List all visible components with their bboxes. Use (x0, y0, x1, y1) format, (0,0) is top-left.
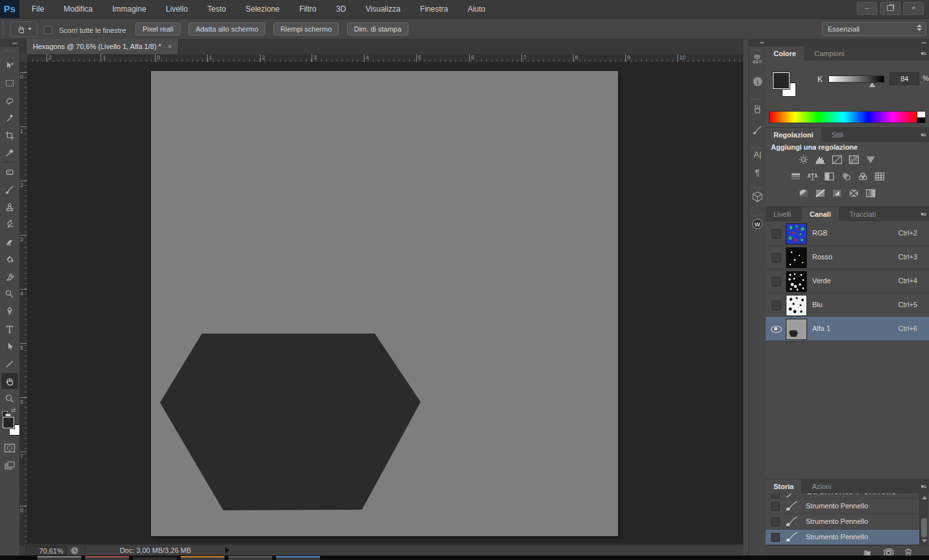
vibrance-icon[interactable] (865, 155, 876, 165)
panel-menu-icon[interactable]: ▾≡ (921, 211, 926, 217)
visibility-well[interactable] (772, 229, 781, 239)
hue-saturation-icon[interactable] (790, 172, 801, 181)
menu-modifica[interactable]: Modifica (55, 0, 101, 18)
exposure-icon[interactable] (848, 155, 859, 165)
dodge-tool[interactable] (1, 286, 18, 302)
foreground-color-swatch[interactable] (3, 417, 14, 428)
history-row-partial[interactable]: Strumento Pennello (766, 494, 921, 499)
channel-row-verde[interactable]: Verde Ctrl+4 (766, 269, 929, 294)
channel-mixer-icon[interactable] (857, 172, 868, 181)
menu-filtro[interactable]: Filtro (291, 0, 325, 18)
taskbar-app-2[interactable] (85, 556, 129, 560)
hand-tool[interactable] (1, 373, 18, 389)
clone-stamp-tool[interactable] (1, 199, 18, 215)
history-row[interactable]: Strumento Pennello (766, 514, 921, 530)
menu-file[interactable]: File (23, 0, 52, 18)
panel-menu-icon[interactable]: ▾≡ (921, 50, 926, 57)
paint-bucket-tool[interactable] (1, 251, 18, 267)
posterize-icon[interactable] (815, 188, 826, 198)
black-white-icon[interactable] (824, 172, 835, 181)
canvas-document[interactable] (151, 71, 618, 536)
history-row-selected[interactable]: Strumento Pennello (766, 530, 921, 545)
history-row[interactable]: Strumento Pennello (766, 499, 921, 514)
panel-foreground-swatch[interactable] (773, 72, 790, 89)
history-source-well[interactable] (771, 517, 780, 526)
taskbar-app-6[interactable] (276, 556, 320, 560)
tool-preset-picker[interactable] (10, 21, 37, 37)
history-source-well[interactable] (771, 502, 780, 511)
k-slider-thumb[interactable] (869, 83, 875, 87)
white-black-swatches[interactable] (917, 111, 926, 123)
move-tool[interactable] (1, 57, 18, 74)
status-clock-icon[interactable] (70, 546, 79, 555)
tab-azioni[interactable]: Azioni (804, 479, 839, 494)
zoom-level-field[interactable]: 70,61% (25, 546, 66, 556)
dim-di-stampa-button[interactable]: Dim. di stampa (347, 23, 408, 35)
scrollbar-thumb[interactable] (921, 518, 927, 537)
taskbar-app-4[interactable] (181, 556, 225, 560)
tab-regolazioni[interactable]: Regolazioni (766, 128, 821, 142)
photo-filter-icon[interactable] (841, 172, 852, 181)
tab-storia[interactable]: Storia (766, 479, 801, 494)
paragraph-panel-icon[interactable]: ¶ (749, 168, 766, 177)
type-tool[interactable] (1, 321, 18, 337)
tab-colore[interactable]: Colore (766, 46, 804, 61)
vertical-ruler[interactable]: 0 1 2 3 4 5 6 7 8 (20, 62, 28, 544)
selective-color-icon[interactable] (865, 188, 876, 198)
3d-panel-icon[interactable] (749, 191, 766, 205)
collapse-panels-button[interactable]: ▸▸ (766, 39, 929, 46)
invert-icon[interactable] (798, 188, 809, 198)
riempi-schermo-button[interactable]: Riempi schermo (274, 23, 339, 35)
quick-mask-button[interactable] (1, 440, 18, 456)
workspace-selector[interactable]: Essenziali (822, 22, 926, 36)
windows-taskbar[interactable] (0, 555, 929, 560)
gradient-map-icon[interactable] (848, 188, 859, 198)
visibility-well[interactable] (772, 301, 781, 310)
scroll-down-icon[interactable] (922, 539, 927, 543)
scroll-all-windows[interactable]: Scorri tutte le finestre (44, 24, 126, 35)
menu-finestra[interactable]: Finestra (412, 0, 456, 18)
screen-mode-button[interactable] (1, 457, 18, 474)
pen-tool[interactable] (1, 303, 18, 319)
tab-canali[interactable]: Canali (802, 207, 839, 221)
brightness-contrast-icon[interactable] (798, 155, 809, 165)
k-slider-track[interactable] (828, 75, 884, 83)
materials-icon[interactable] (749, 54, 766, 68)
eye-icon[interactable] (771, 326, 782, 333)
crop-tool[interactable] (1, 127, 18, 143)
channel-row-rosso[interactable]: Rosso Ctrl+3 (766, 245, 929, 270)
history-brush-tool[interactable] (1, 216, 18, 232)
menu-selezione[interactable]: Selezione (237, 0, 288, 18)
info-icon[interactable]: i (749, 76, 766, 90)
channel-row-alfa1[interactable]: Alfa 1 Ctrl+6 (766, 317, 929, 341)
collapse-tools-button[interactable]: ▸▸ (0, 39, 19, 47)
marquee-tool[interactable] (1, 75, 18, 91)
expand-panels-button[interactable]: ◂◂ (749, 39, 766, 46)
curves-icon[interactable] (832, 155, 843, 165)
channel-row-blu[interactable]: Blu Ctrl+5 (766, 293, 929, 317)
brush-tool[interactable] (1, 181, 18, 197)
document-tab[interactable]: Hexagons @ 70,6% (Livello 1, Alfa 1/8) *… (26, 39, 179, 54)
path-select-tool[interactable] (1, 338, 18, 354)
taskbar-app-1[interactable] (37, 556, 81, 560)
foreground-background-swatches[interactable] (3, 417, 19, 436)
pixel-reali-button[interactable]: Pixel reali (135, 23, 181, 35)
lasso-tool[interactable] (1, 92, 18, 108)
panel-menu-icon[interactable]: ▾≡ (921, 483, 926, 490)
history-source-well[interactable] (771, 533, 780, 542)
levels-icon[interactable] (815, 155, 826, 165)
panel-menu-icon[interactable]: ▾≡ (921, 132, 926, 138)
menu-visualizza[interactable]: Visualizza (357, 0, 409, 18)
tab-tracciati[interactable]: Tracciati (841, 207, 883, 221)
eyedropper-tool[interactable] (1, 145, 18, 161)
character-panel-icon[interactable]: A| (749, 150, 766, 159)
taskbar-app-3[interactable] (133, 556, 177, 560)
status-options-arrow[interactable] (225, 547, 230, 554)
tab-livelli[interactable]: Livelli (766, 207, 799, 221)
zoom-tool[interactable] (1, 390, 18, 406)
color-spectrum-ramp[interactable] (769, 111, 917, 123)
smudge-tool[interactable] (1, 268, 18, 285)
line-tool[interactable] (1, 355, 18, 372)
adatta-allo-schermo-button[interactable]: Adatta allo schermo (188, 23, 265, 35)
brush-icon[interactable] (749, 124, 766, 138)
